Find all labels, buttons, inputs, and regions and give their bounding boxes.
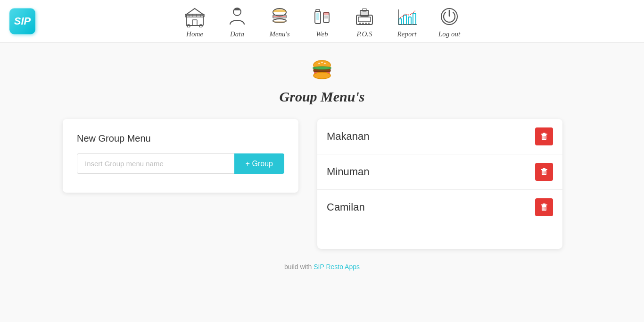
- nav-label-logout: Log out: [438, 30, 460, 38]
- group-list-item: Camilan: [317, 190, 562, 225]
- nav-label-home: Home: [186, 30, 203, 38]
- group-list-card: Makanan Minuman: [317, 119, 562, 249]
- svg-rect-16: [316, 13, 319, 20]
- svg-rect-30: [399, 19, 402, 25]
- report-icon: [395, 5, 419, 28]
- svg-rect-32: [408, 17, 411, 25]
- delete-button-3[interactable]: [535, 198, 553, 216]
- home-icon: [183, 5, 206, 28]
- web-icon: [310, 5, 334, 28]
- svg-rect-26: [362, 23, 364, 24]
- page-title: Group Menu's: [280, 89, 365, 105]
- group-list-item: Makanan: [317, 119, 562, 154]
- nav-item-pos[interactable]: P.O.S: [353, 5, 376, 38]
- nav-item-data[interactable]: Data: [225, 5, 249, 38]
- logo-area: SIP: [9, 8, 35, 34]
- svg-rect-15: [316, 9, 320, 12]
- svg-point-39: [321, 62, 323, 63]
- page-content: Group Menu's New Group Menu + Group Maka…: [0, 42, 644, 280]
- main-nav: Home Data: [0, 5, 644, 38]
- logo: SIP: [9, 8, 35, 34]
- group-item-name-1: Makanan: [327, 130, 370, 143]
- svg-rect-59: [543, 203, 545, 204]
- nav-label-web: Web: [316, 30, 328, 38]
- svg-rect-47: [543, 133, 545, 134]
- group-list-item: Minuman: [317, 154, 562, 190]
- svg-rect-29: [363, 8, 366, 11]
- nav-label-menus: Menu's: [269, 30, 289, 38]
- nav-label-data: Data: [230, 30, 244, 38]
- trash-icon-3: [540, 203, 548, 212]
- nav-item-home[interactable]: Home: [183, 5, 206, 38]
- svg-rect-28: [368, 23, 370, 24]
- svg-rect-21: [356, 15, 372, 25]
- svg-point-42: [313, 67, 331, 69]
- svg-point-40: [324, 63, 326, 64]
- svg-rect-53: [543, 168, 545, 169]
- svg-rect-6: [192, 20, 197, 25]
- footer-text: build with: [284, 263, 314, 271]
- main-area: New Group Menu + Group Makanan: [63, 119, 581, 249]
- svg-point-38: [318, 63, 320, 64]
- group-item-name-2: Minuman: [327, 166, 369, 178]
- nav-label-pos: P.O.S: [356, 30, 372, 38]
- nav-item-logout[interactable]: Log out: [438, 5, 461, 38]
- footer-link[interactable]: SIP Resto Apps: [314, 263, 360, 271]
- svg-rect-27: [365, 23, 367, 24]
- trash-icon-1: [540, 132, 548, 141]
- add-group-button[interactable]: + Group: [234, 153, 284, 174]
- nav-item-web[interactable]: Web: [310, 5, 334, 38]
- new-group-card: New Group Menu + Group: [63, 119, 298, 193]
- data-icon: [225, 5, 249, 28]
- new-group-title: New Group Menu: [77, 133, 284, 144]
- nav-item-menus[interactable]: Menu's: [268, 5, 291, 38]
- svg-rect-22: [358, 17, 371, 22]
- group-name-input[interactable]: [77, 153, 234, 174]
- svg-rect-46: [541, 134, 547, 135]
- nav-item-report[interactable]: Report: [395, 5, 419, 38]
- svg-rect-31: [404, 15, 406, 25]
- svg-rect-25: [359, 23, 361, 24]
- delete-button-2[interactable]: [535, 163, 553, 181]
- page-burger-icon: [308, 57, 336, 85]
- trash-icon-2: [540, 168, 548, 176]
- svg-rect-52: [541, 169, 547, 170]
- footer: build with SIP Resto Apps: [284, 249, 360, 280]
- svg-rect-24: [361, 11, 368, 15]
- svg-rect-18: [323, 12, 329, 15]
- svg-rect-33: [413, 13, 416, 25]
- nav-label-report: Report: [397, 30, 417, 38]
- delete-button-1[interactable]: [535, 127, 553, 145]
- svg-point-44: [314, 72, 330, 79]
- logout-icon: [438, 5, 461, 28]
- svg-rect-58: [541, 204, 547, 205]
- group-item-name-3: Camilan: [327, 201, 365, 213]
- pos-icon: [353, 5, 376, 28]
- svg-rect-12: [273, 16, 286, 17]
- input-row: + Group: [77, 153, 284, 174]
- header: SIP: [0, 0, 644, 42]
- menus-icon: [268, 5, 291, 28]
